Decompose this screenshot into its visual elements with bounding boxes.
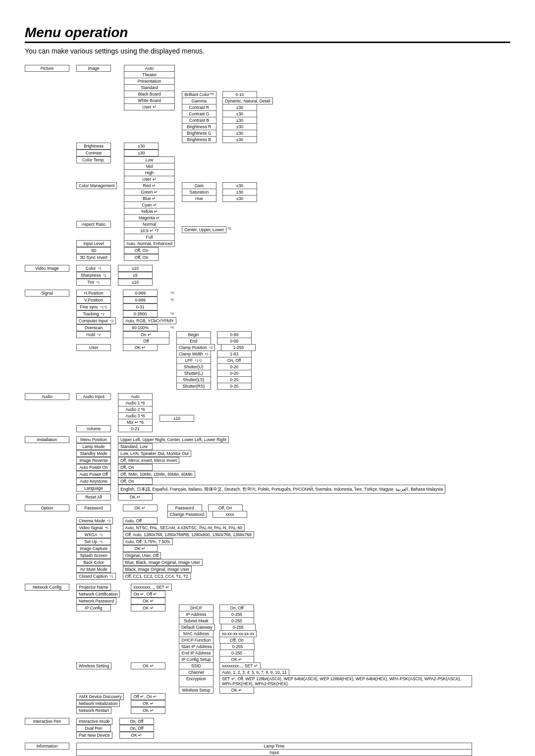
- opt: Normal: [124, 221, 175, 228]
- val: Off, On: [118, 478, 153, 485]
- opt: High: [124, 169, 175, 176]
- item-vpos: V.Position: [76, 297, 111, 303]
- val: 90-100%: [123, 324, 158, 331]
- opt: Mix ↵ *6: [118, 419, 153, 426]
- item: Password: [167, 504, 202, 511]
- menu-installation: Installation: [25, 436, 69, 443]
- item: Wireless Setting: [76, 662, 111, 669]
- item: IP Config Setup: [179, 656, 214, 663]
- item-begin: Begin: [176, 331, 211, 338]
- opt: Auto: [118, 393, 153, 400]
- item: Splash Screen: [76, 552, 111, 559]
- item-sat: Saturation: [182, 189, 216, 196]
- val: xx-xx-xx-xx-xx-xx: [219, 630, 257, 637]
- item: MAC Address: [179, 630, 214, 637]
- val: 0-31: [123, 303, 158, 310]
- val: Off, On: [219, 637, 254, 644]
- item: Input: [76, 749, 472, 756]
- val: Off, Mirror, Invert, Mirror Invert: [118, 457, 179, 464]
- val: OK ↵: [119, 732, 154, 739]
- val: OK ↵: [219, 687, 254, 694]
- val: 0-255: [219, 650, 254, 656]
- val: Off, On: [124, 254, 159, 261]
- item: Image Reverse: [76, 457, 111, 464]
- val: On, Off: [119, 718, 154, 725]
- menu-audio: Audio: [25, 393, 69, 400]
- item-bb: Brightness B: [182, 136, 216, 143]
- val: 0-20: [217, 376, 252, 383]
- item: Lamp Time: [76, 743, 472, 750]
- item-gamma: Gamma: [182, 98, 216, 104]
- val: Off, CC1, CC2, CC3, CC4, T1, T2: [123, 573, 191, 580]
- val: On, Off: [119, 725, 154, 732]
- opt: User ↵: [124, 176, 175, 183]
- val: ±30: [222, 130, 257, 137]
- item-br: Brightness R: [182, 123, 216, 130]
- item-cr: Contrast R: [182, 104, 216, 111]
- item: Standby Mode: [76, 450, 111, 457]
- item-contrast: Contrast: [76, 150, 111, 156]
- item-tint: Tint *1: [76, 279, 111, 286]
- opt: On ↵: [123, 331, 169, 338]
- val: Off, On: [118, 464, 153, 471]
- item: IP Address: [179, 611, 214, 618]
- menu-signal: Signal: [25, 290, 69, 297]
- val: Blue, Black, Image Original, Image User: [123, 559, 203, 566]
- val: ±30: [222, 136, 257, 143]
- item: Change Password: [167, 511, 207, 518]
- val: 0-255: [219, 617, 254, 624]
- item-gain: Gain: [182, 182, 216, 189]
- val: Off, On: [124, 247, 159, 254]
- item: Start IP Address: [179, 643, 214, 650]
- item-hpos: H.Position: [76, 290, 111, 297]
- item: Video Signal *5: [76, 524, 111, 531]
- item-cb: Contrast B: [182, 117, 216, 124]
- page-subtitle: You can make various settings using the …: [25, 47, 510, 55]
- item: Shutter(U): [176, 363, 211, 370]
- item: Set Up *1: [76, 538, 111, 545]
- val: English, 日本語, Español, Français, Italian…: [118, 485, 445, 494]
- val: Standard, Low: [118, 443, 153, 450]
- item-cg: Contrast G: [182, 110, 216, 117]
- opt: Low: [124, 156, 175, 163]
- item: Auto Power Off: [76, 471, 111, 478]
- item: Auto Power On: [76, 464, 111, 471]
- item: Password: [76, 504, 111, 511]
- item: Reset All: [76, 494, 111, 501]
- item: IP Config: [76, 605, 111, 611]
- menu-video-image: Video Image: [25, 265, 69, 272]
- menu-info: Information: [25, 743, 69, 750]
- item: Network Initialization: [76, 700, 120, 707]
- val: ±30: [124, 150, 159, 156]
- item: DHCP Function: [179, 637, 214, 644]
- val: 0-999: [123, 290, 158, 297]
- item: SSID: [179, 662, 214, 669]
- val: OK ↵: [219, 656, 254, 663]
- val: ±30: [222, 123, 257, 130]
- item-sharp: Sharpness *1: [76, 272, 111, 279]
- opt: Audio 2 *6: [118, 406, 153, 413]
- item: Network Password: [76, 598, 116, 605]
- val: OK ↵: [123, 545, 158, 552]
- val: Dynamic, Natural, Detail: [222, 98, 273, 104]
- item-image: Image: [76, 65, 111, 72]
- opt: Full: [124, 234, 175, 241]
- item-volume: Volume: [76, 425, 111, 432]
- val: ±30: [124, 143, 159, 150]
- val: ±10: [118, 279, 153, 286]
- item: Closed Caption *1: [76, 573, 116, 580]
- val: ±5: [118, 272, 153, 279]
- opt: Cyan ↵: [124, 202, 175, 208]
- opt: Green ↵: [124, 189, 175, 196]
- val: OK ↵: [131, 605, 165, 611]
- val: On ↵, Off ↵: [131, 591, 165, 598]
- item: Network Restart: [76, 707, 111, 714]
- val: Black, Image Original, Image User: [123, 566, 192, 573]
- item: Auto Keystone: [76, 478, 111, 485]
- opt: Audio 3 *6: [118, 412, 153, 419]
- val: 0-255: [219, 611, 254, 618]
- val: ±10: [118, 265, 153, 272]
- val: 0-20: [217, 383, 252, 390]
- item-bg: Brightness G: [182, 130, 216, 137]
- val: OK ↵: [123, 344, 158, 351]
